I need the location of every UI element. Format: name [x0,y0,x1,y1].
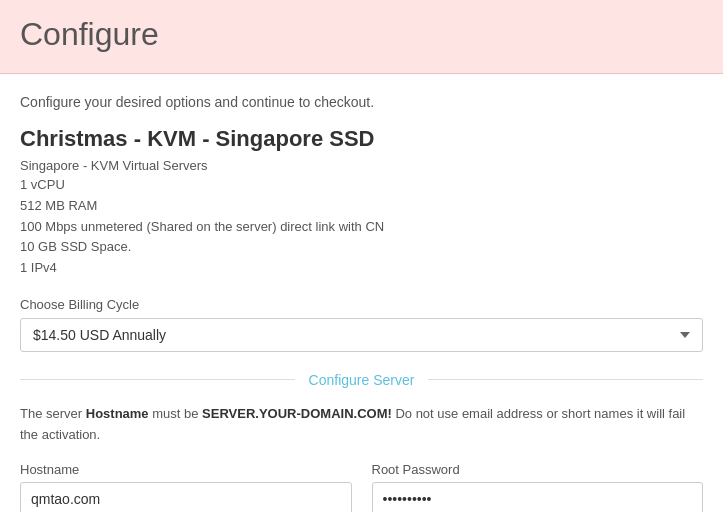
hostname-input[interactable] [20,482,352,512]
spec-ipv4: 1 IPv4 [20,258,703,279]
page-title: Configure [20,16,703,53]
main-content: Configure your desired options and conti… [0,74,723,512]
spec-ram: 512 MB RAM [20,196,703,217]
product-title: Christmas - KVM - Singapore SSD [20,126,703,152]
configure-server-label: Configure Server [295,372,429,388]
spec-bandwidth: 100 Mbps unmetered (Shared on the server… [20,217,703,238]
intro-text: Configure your desired options and conti… [20,94,703,110]
spec-vcpu: 1 vCPU [20,175,703,196]
hostname-group: Hostname [20,462,352,512]
root-password-input[interactable] [372,482,704,512]
divider-line-right [428,379,703,380]
billing-cycle-select[interactable]: $14.50 USD Annually$1.50 USD Monthly [20,318,703,352]
warning-prefix: The server [20,406,86,421]
divider-line-left [20,379,295,380]
billing-label: Choose Billing Cycle [20,297,703,312]
page-header: Configure [0,0,723,74]
warning-text: The server Hostname must be SERVER.YOUR-… [20,404,703,446]
warning-middle: must be [149,406,202,421]
configure-server-divider: Configure Server [20,372,703,388]
product-specs: 1 vCPU 512 MB RAM 100 Mbps unmetered (Sh… [20,175,703,279]
root-password-group: Root Password [372,462,704,512]
hostname-bold: Hostname [86,406,149,421]
hostname-label: Hostname [20,462,352,477]
product-subtitle: Singapore - KVM Virtual Servers [20,158,703,173]
billing-section: Choose Billing Cycle $14.50 USD Annually… [20,297,703,352]
root-password-label: Root Password [372,462,704,477]
spec-ssd: 10 GB SSD Space. [20,237,703,258]
domain-bold: SERVER.YOUR-DOMAIN.COM! [202,406,392,421]
form-row: Hostname Root Password [20,462,703,512]
